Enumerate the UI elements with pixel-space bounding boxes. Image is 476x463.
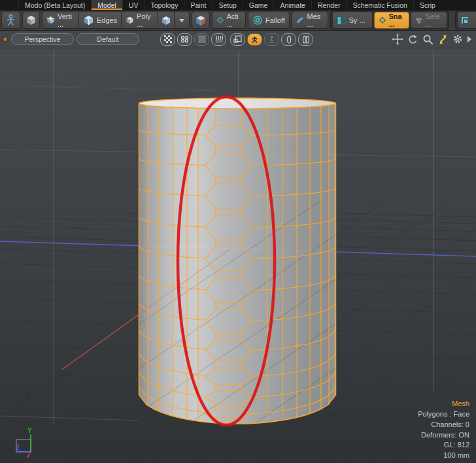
menu-bar: Modo (Beta Layout) Model UV Topology Pai… <box>0 0 476 10</box>
view-mode-selector[interactable]: Perspective <box>11 33 74 45</box>
orbit-icon[interactable] <box>407 34 418 45</box>
layout-corner-button[interactable] <box>457 12 476 29</box>
selection-sets-label: Sele ... <box>426 12 443 28</box>
edges-cube-icon <box>83 15 94 26</box>
tab-setup[interactable]: Setup <box>212 0 242 10</box>
xsquare-icon <box>198 35 206 43</box>
tab-uv[interactable]: UV <box>122 0 144 10</box>
action-center-button[interactable]: Acti ... <box>212 12 246 29</box>
menu-spacer <box>0 0 18 10</box>
viewport-header: Perspective Default <box>0 31 476 48</box>
vertices-label: Verti ... <box>58 12 75 28</box>
statue-icon <box>267 35 276 43</box>
tab-model[interactable]: Model <box>91 0 122 10</box>
onion-toggle[interactable] <box>281 33 296 46</box>
component-mode-dropdown[interactable] <box>175 12 190 29</box>
tab-topology[interactable]: Topology <box>144 0 184 10</box>
viewport-display-icons <box>230 33 313 46</box>
modo-window: Modo (Beta Layout) Model UV Topology Pai… <box>0 0 476 463</box>
falloff-icon <box>252 15 263 26</box>
actor-icon <box>5 14 17 27</box>
mesh-tools-button[interactable]: Mes ... <box>292 12 328 29</box>
viewport-status-block: Mesh Polygons : Face Channels: 0 Deforme… <box>418 399 469 461</box>
snapping-group: Sy ... Sna ... Sele ... <box>330 10 449 31</box>
axis-hint-label: +X <box>20 389 31 398</box>
item-mode-button[interactable] <box>22 12 40 29</box>
tab-render[interactable]: Render <box>311 0 346 10</box>
mesh-brush-icon <box>296 15 305 26</box>
action-center-label: Acti ... <box>226 12 241 28</box>
viewport-scene: YZ <box>0 48 476 463</box>
main-toolbar: Verti ... Edges Poly ... <box>0 10 476 31</box>
edges-mode-button[interactable]: Edges <box>79 12 122 29</box>
status-mesh-name: Mesh <box>418 399 469 409</box>
dots-icon <box>180 35 189 43</box>
overlap-squares-toggle[interactable] <box>230 33 245 46</box>
status-grid-size: 100 mm <box>418 451 469 461</box>
svg-text:Y: Y <box>27 427 32 434</box>
flyout-icon[interactable] <box>467 35 472 43</box>
snapping-label: Sna ... <box>388 12 404 28</box>
status-channels: Channels: 0 <box>418 420 469 430</box>
status-selection-mode: Polygons : Face <box>418 409 469 420</box>
viewport-state-dot[interactable] <box>3 37 8 42</box>
polygons-cube-icon <box>126 15 134 26</box>
status-gl: GL: 812 <box>418 440 469 451</box>
dots-toggle[interactable] <box>177 33 192 46</box>
viewport-nav-icons <box>392 31 472 48</box>
component-mode-group: Verti ... Edges Poly ... <box>42 12 190 29</box>
selection-sets-button[interactable]: Sele ... <box>411 12 447 29</box>
polygons-label: Poly ... <box>137 12 154 28</box>
xsquare-toggle[interactable] <box>194 33 209 46</box>
vertices-mode-button[interactable]: Verti ... <box>42 12 79 29</box>
dropdown-caret-icon <box>179 19 184 22</box>
falloff-label: Falloff <box>265 16 285 24</box>
overlap-squares-icon <box>233 35 242 43</box>
viewport-toggle-icons <box>160 33 226 46</box>
pan-icon[interactable] <box>392 33 403 45</box>
tab-schematic-fusion[interactable]: Schematic Fusion <box>346 0 413 10</box>
onion2-icon <box>301 35 311 44</box>
edges-label: Edges <box>97 16 117 24</box>
axis-cube-icon <box>195 15 207 26</box>
zoom-icon[interactable] <box>422 34 434 45</box>
shading-mode-selector[interactable]: Default <box>76 33 139 45</box>
checker-icon <box>164 35 172 43</box>
vertices-cube-icon <box>46 15 55 26</box>
item-cube-icon <box>26 15 37 26</box>
figure-icon <box>250 35 259 44</box>
tab-game[interactable]: Game <box>243 0 274 10</box>
waves-toggle[interactable] <box>211 33 226 46</box>
statue-toggle[interactable] <box>264 33 279 46</box>
symmetry-icon <box>337 16 347 26</box>
component-cube-icon <box>161 16 171 26</box>
snapping-button[interactable]: Sna ... <box>374 12 409 29</box>
symmetry-label: Sy ... <box>349 16 366 24</box>
axis-cube-button[interactable] <box>192 12 210 29</box>
falloff-button[interactable]: Falloff <box>248 12 290 29</box>
tab-modo-beta-layout[interactable]: Modo (Beta Layout) <box>18 0 91 10</box>
checker-toggle[interactable] <box>160 33 175 46</box>
component-cube-button[interactable] <box>158 12 175 29</box>
layout-corner-icon <box>460 16 470 26</box>
maximize-icon[interactable] <box>437 34 449 45</box>
action-center-icon <box>216 15 224 26</box>
waves-icon <box>214 35 223 43</box>
tab-paint[interactable]: Paint <box>184 0 212 10</box>
svg-text:Z: Z <box>16 444 20 451</box>
mesh-tools-label: Mes ... <box>307 12 324 28</box>
selection-set-icon <box>415 16 423 26</box>
tab-animate[interactable]: Animate <box>273 0 311 10</box>
gear-icon[interactable] <box>452 34 463 44</box>
polygons-mode-button[interactable]: Poly ... <box>122 12 158 29</box>
onion2-toggle[interactable] <box>298 33 313 46</box>
figure-display-toggle[interactable] <box>247 33 262 46</box>
status-deformers: Deformers: ON <box>418 430 469 441</box>
onion-icon <box>285 35 293 44</box>
actor-mode-button[interactable] <box>1 12 20 29</box>
layout-group <box>455 10 476 31</box>
3d-viewport[interactable]: YZ +X Mesh Polygons : Face Channels: 0 D… <box>0 48 476 463</box>
tab-scripting[interactable]: Scrip <box>413 0 441 10</box>
symmetry-button[interactable]: Sy ... <box>332 12 373 29</box>
snap-icon <box>379 15 386 26</box>
